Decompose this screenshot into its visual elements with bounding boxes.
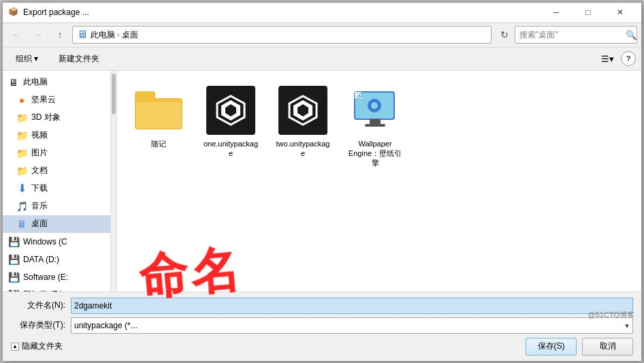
window-title: Export package ... bbox=[23, 7, 541, 17]
back-button[interactable]: ← bbox=[7, 25, 26, 44]
sidebar-item-this-pc[interactable]: 🖥 此电脑 bbox=[3, 74, 110, 91]
folder-suiji-icon bbox=[134, 86, 183, 135]
unity-logo-svg bbox=[214, 93, 248, 127]
svg-rect-8 bbox=[365, 124, 385, 127]
unity-pkg-two-icon bbox=[278, 86, 327, 135]
dialog-buttons: 保存(S) 取消 bbox=[526, 338, 633, 356]
organize-button[interactable]: 组织 ▾ bbox=[8, 50, 46, 67]
svg-text:🔗: 🔗 bbox=[356, 93, 363, 99]
file-label-two-unity: two.unitypackage bbox=[275, 139, 331, 159]
breadcrumb: 此电脑 › 桌面 bbox=[91, 29, 138, 41]
file-item-one-unity[interactable]: one.unitypackage bbox=[200, 82, 261, 172]
help-button[interactable]: ? bbox=[621, 51, 636, 66]
search-box: 🔍 bbox=[515, 26, 637, 44]
videos-icon: 📁 bbox=[16, 130, 27, 141]
jianguoyun-icon: ● bbox=[16, 95, 27, 106]
file-item-suiji[interactable]: 随记 bbox=[128, 82, 189, 172]
sidebar-item-software-e[interactable]: 💾 Software (E: bbox=[3, 268, 110, 286]
folder-3d-icon: 📁 bbox=[16, 112, 27, 123]
file-label-wallpaper: Wallpaper Engine：壁纸引擎 bbox=[347, 139, 403, 168]
save-button[interactable]: 保存(S) bbox=[526, 338, 577, 356]
sidebar-item-data-d[interactable]: 💾 DATA (D:) bbox=[3, 251, 110, 268]
filename-label: 文件名(N): bbox=[11, 300, 65, 311]
sidebar-item-videos[interactable]: 📁 视频 bbox=[3, 127, 110, 144]
pictures-icon: 📁 bbox=[16, 148, 27, 159]
search-button[interactable]: 🔍 bbox=[626, 26, 637, 44]
file-area: 随记 one.unitypackage bbox=[117, 71, 641, 291]
minimize-button[interactable]: ─ bbox=[541, 3, 572, 22]
close-button[interactable]: ✕ bbox=[605, 3, 636, 22]
sidebar-scrollbar[interactable] bbox=[111, 71, 116, 291]
unity-logo-two-svg bbox=[286, 93, 320, 127]
wallpaper-svg: 🔗 bbox=[351, 86, 399, 134]
file-label-suiji: 随记 bbox=[151, 139, 166, 148]
filename-row: 文件名(N): bbox=[11, 298, 633, 314]
sidebar: 🖥 此电脑 ● 坚果云 📁 3D 对象 📁 视频 📁 图片 bbox=[3, 71, 111, 291]
pc-icon: 🖥 bbox=[8, 77, 19, 88]
view-toggle-button[interactable]: ☰▾ bbox=[598, 50, 617, 67]
filetype-select-wrapper: unitypackage (*... ▼ bbox=[71, 317, 633, 334]
sidebar-item-documents[interactable]: 📁 文档 bbox=[3, 162, 110, 180]
sidebar-item-pictures[interactable]: 📁 图片 bbox=[3, 144, 110, 162]
new-folder-button[interactable]: 新建文件夹 bbox=[51, 50, 107, 67]
window-icon: 📦 bbox=[8, 7, 19, 18]
hide-folders-toggle[interactable]: ▲ 隐藏文件夹 bbox=[11, 341, 63, 352]
downloads-icon: ⬇ bbox=[16, 183, 27, 194]
filetype-select[interactable]: unitypackage (*... bbox=[71, 317, 633, 334]
forward-button[interactable]: → bbox=[29, 25, 48, 44]
documents-icon: 📁 bbox=[16, 165, 27, 176]
bottom-area: 文件名(N): 保存类型(T): unitypackage (*... ▼ ▲ … bbox=[3, 291, 641, 361]
maximize-button[interactable]: □ bbox=[573, 3, 604, 22]
bottom-buttons: ▲ 隐藏文件夹 保存(S) 取消 bbox=[11, 338, 633, 356]
title-bar: 📦 Export package ... ─ □ ✕ bbox=[3, 3, 641, 23]
window-controls: ─ □ ✕ bbox=[541, 3, 636, 22]
up-button[interactable]: ↑ bbox=[50, 25, 69, 44]
action-toolbar: 组织 ▾ 新建文件夹 ☰▾ ? bbox=[3, 48, 641, 71]
toggle-arrow: ▲ bbox=[12, 343, 18, 349]
svg-rect-7 bbox=[370, 119, 381, 125]
refresh-button[interactable]: ↻ bbox=[497, 27, 512, 42]
file-item-two-unity[interactable]: two.unitypackage bbox=[272, 82, 334, 172]
breadcrumb-pc[interactable]: 此电脑 bbox=[91, 29, 115, 41]
sidebar-item-3d[interactable]: 📁 3D 对象 bbox=[3, 109, 110, 127]
filename-input[interactable] bbox=[71, 298, 633, 314]
sidebar-item-new-vol-f[interactable]: 💾 新加卷 (F:) ▼ bbox=[3, 286, 110, 291]
sidebar-item-desktop[interactable]: 🖥 桌面 bbox=[3, 215, 110, 233]
address-icon: 🖥 bbox=[77, 29, 88, 41]
drive-c-icon: 💾 bbox=[8, 236, 19, 247]
unity-pkg-one-icon bbox=[206, 86, 255, 135]
hide-folders-label: 隐藏文件夹 bbox=[22, 341, 63, 352]
address-bar[interactable]: 🖥 此电脑 › 桌面 bbox=[72, 26, 492, 44]
wallpaper-engine-icon: 🔗 bbox=[351, 86, 400, 135]
search-input[interactable] bbox=[515, 30, 626, 40]
drive-d-icon: 💾 bbox=[8, 254, 19, 265]
filetype-label: 保存类型(T): bbox=[11, 319, 65, 331]
file-label-one-unity: one.unitypackage bbox=[203, 139, 259, 159]
sidebar-item-downloads[interactable]: ⬇ 下载 bbox=[3, 180, 110, 198]
scrollbar-thumb[interactable] bbox=[112, 74, 116, 114]
desktop-icon: 🖥 bbox=[16, 219, 27, 230]
main-content: 🖥 此电脑 ● 坚果云 📁 3D 对象 📁 视频 📁 图片 bbox=[3, 71, 641, 291]
sidebar-item-jianguoyun[interactable]: ● 坚果云 bbox=[3, 91, 110, 109]
music-icon: 🎵 bbox=[16, 201, 27, 212]
toggle-icon: ▲ bbox=[11, 343, 19, 351]
sidebar-item-music[interactable]: 🎵 音乐 bbox=[3, 198, 110, 215]
drive-e-icon: 💾 bbox=[8, 272, 19, 283]
breadcrumb-desktop[interactable]: 桌面 bbox=[122, 29, 138, 41]
file-item-wallpaper[interactable]: 🔗 Wallpaper Engine：壁纸引擎 bbox=[344, 82, 406, 172]
breadcrumb-sep1: › bbox=[117, 30, 120, 40]
address-toolbar: ← → ↑ 🖥 此电脑 › 桌面 ↻ 🔍 bbox=[3, 23, 641, 48]
sidebar-item-windows-c[interactable]: 💾 Windows (C bbox=[3, 233, 110, 251]
cancel-button[interactable]: 取消 bbox=[582, 338, 633, 356]
svg-point-10 bbox=[371, 102, 378, 109]
filetype-row: 保存类型(T): unitypackage (*... ▼ bbox=[11, 317, 633, 334]
